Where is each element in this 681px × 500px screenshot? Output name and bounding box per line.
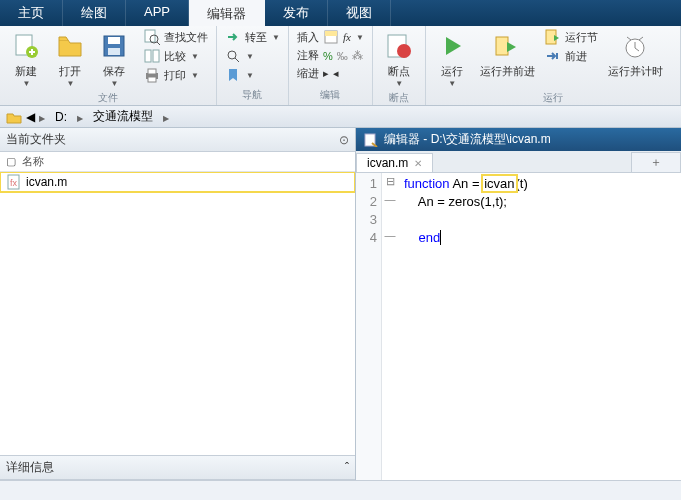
svg-rect-17 [496,37,508,55]
expand-icon[interactable]: ˆ [345,461,349,475]
code-line[interactable] [404,211,675,229]
group-file-label: 文件 [6,90,210,106]
toolstrip: 新建▼ 打开▼ 保存▼ 查找文件 比较▼ 打印▼ 文件 转至▼ ▼ ▼ 导航 [0,26,681,106]
run-button[interactable]: 运行▼ [432,28,472,90]
panel-header: 当前文件夹 ⊙ [0,128,355,152]
tab-icvan[interactable]: icvan.m ✕ [356,153,433,172]
run-section-icon [545,29,561,45]
close-tab-icon[interactable]: ✕ [414,158,422,169]
tab-绘图[interactable]: 绘图 [63,0,126,26]
editor-panel: 编辑器 - D:\交通流模型\icvan.m icvan.m ✕ ＋ 1234 … [356,128,681,480]
file-name: icvan.m [26,175,67,189]
address-bar[interactable]: ◀ D: 交通流模型 [0,106,681,128]
new-button[interactable]: 新建▼ [6,28,46,90]
file-row[interactable]: fxicvan.m [0,172,355,192]
fx-icon: fx [343,31,351,43]
main-area: 当前文件夹 ⊙ ▢ 名称 fxicvan.m 详细信息 ˆ 编辑器 - D:\交… [0,128,681,480]
tab-主页[interactable]: 主页 [0,0,63,26]
editor-icon [364,133,378,147]
step-icon [545,48,561,64]
line-gutter: 1234 [356,173,382,480]
save-button[interactable]: 保存▼ [94,28,134,90]
group-breakpoints: 断点▼ 断点 [373,26,426,105]
indent-button[interactable]: 缩进 ▸ ◂ [295,65,341,82]
bookmark-button[interactable]: ▼ [223,66,256,84]
name-column[interactable]: 名称 [22,154,44,169]
findfiles-button[interactable]: 查找文件 [142,28,210,46]
goto-button[interactable]: 转至▼ [223,28,282,46]
group-edit: 插入 fx ▼ 注释 % ‰ ⁂ 缩进 ▸ ◂ 编辑 [289,26,373,105]
step-button[interactable]: 前进 [543,47,600,65]
filelist-header[interactable]: ▢ 名称 [0,152,355,172]
open-label: 打开 [59,64,81,79]
goto-icon [225,29,241,45]
run-advance-button[interactable]: 运行并前进 [476,28,539,81]
collapse-icon: ▢ [6,155,16,168]
breakpoints-button[interactable]: 断点▼ [379,28,419,90]
bp-label: 断点 [388,64,410,79]
editor-titlebar: 编辑器 - D:\交通流模型\icvan.m [356,128,681,151]
editor-title: 编辑器 - D:\交通流模型\icvan.m [384,131,551,148]
details-title: 详细信息 [6,459,54,476]
code-line[interactable]: function An = icvan(t) [404,175,675,193]
add-tab-button[interactable]: ＋ [631,152,681,172]
addr-folder[interactable]: 交通流模型 [87,107,159,126]
find-button[interactable]: ▼ [223,47,256,65]
outdent-icon: ◂ [333,67,339,80]
back-icon[interactable]: ◀ [26,110,35,124]
svg-rect-4 [108,48,120,55]
addr-sep [77,110,83,124]
tab-编辑器[interactable]: 编辑器 [189,0,265,26]
play-advance-icon [491,30,523,62]
addr-sep [39,110,45,124]
clock-icon [619,30,651,62]
run-time-button[interactable]: 运行并计时 [604,28,667,81]
svg-rect-14 [325,31,337,36]
details-header[interactable]: 详细信息 ˆ [0,455,355,480]
code-line[interactable]: An = zeros(1,t); [404,193,675,211]
panel-title: 当前文件夹 [6,131,66,148]
current-folder-panel: 当前文件夹 ⊙ ▢ 名称 fxicvan.m 详细信息 ˆ [0,128,356,480]
tab-视图[interactable]: 视图 [328,0,391,26]
indent-icon: ▸ [323,67,329,80]
code-line[interactable]: end [404,229,675,247]
open-folder-icon [54,30,86,62]
open-button[interactable]: 打开▼ [50,28,90,90]
section-icon [323,29,339,45]
fold-marks: ⊟—— [382,173,398,480]
code-editor[interactable]: 1234 ⊟—— function An = icvan(t) An = zer… [356,173,681,480]
svg-rect-3 [108,37,120,44]
comment-button[interactable]: 注释 % ‰ ⁂ [295,47,365,64]
print-icon [144,67,160,83]
run-section-button[interactable]: 运行节 [543,28,600,46]
svg-rect-7 [145,50,151,62]
tab-发布[interactable]: 发布 [265,0,328,26]
group-file: 新建▼ 打开▼ 保存▼ 查找文件 比较▼ 打印▼ 文件 [0,26,217,105]
insert-button[interactable]: 插入 fx ▼ [295,28,366,46]
group-nav-label: 导航 [223,87,282,103]
search-icon [144,29,160,45]
svg-rect-11 [148,77,156,82]
main-tabs: 主页绘图APP编辑器发布视图 [0,0,681,26]
breakpoint-icon [383,30,415,62]
tab-APP[interactable]: APP [126,0,189,26]
folder-icon [6,110,22,124]
print-button[interactable]: 打印▼ [142,66,210,84]
svg-text:fx: fx [10,178,18,188]
addr-root[interactable]: D: [49,109,73,125]
bookmark-icon [225,67,241,83]
save-icon [98,30,130,62]
panel-collapse-icon[interactable]: ⊙ [339,133,349,147]
compare-button[interactable]: 比较▼ [142,47,210,65]
svg-rect-8 [153,50,159,62]
mfile-icon: fx [6,174,22,190]
group-run: 运行▼ 运行并前进 运行节 前进 运行并计时 运行 [426,26,681,105]
group-nav: 转至▼ ▼ ▼ 导航 [217,26,289,105]
svg-rect-10 [148,69,156,74]
code-area[interactable]: function An = icvan(t) An = zeros(1,t); … [398,173,681,480]
new-file-icon [10,30,42,62]
save-label: 保存 [103,64,125,79]
tab-label: icvan.m [367,156,408,170]
status-bar [0,480,681,500]
file-list[interactable]: fxicvan.m [0,172,355,455]
